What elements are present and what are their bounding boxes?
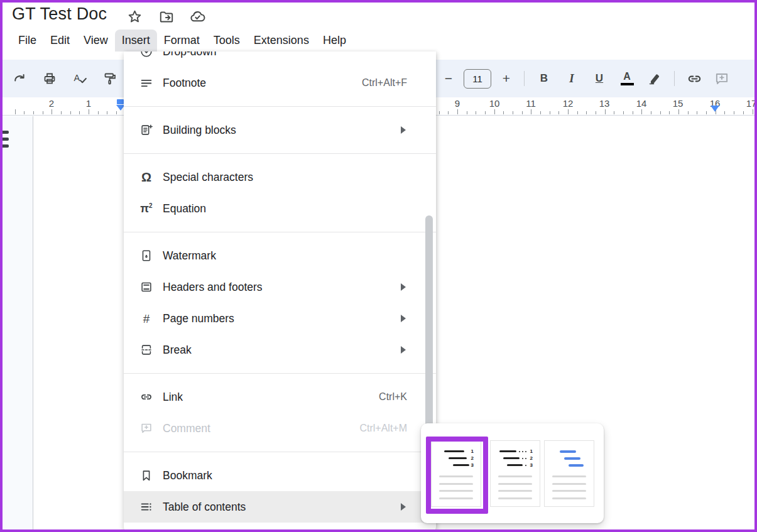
ruler-tick	[753, 109, 753, 114]
cloud-saved-icon[interactable]	[189, 8, 206, 25]
menu-item-break[interactable]: Break	[124, 334, 436, 366]
menu-item-table-of-contents[interactable]: Table of contents	[124, 491, 436, 523]
menu-item-building-blocks[interactable]: Building blocks	[124, 114, 436, 146]
menubar-item-file[interactable]: File	[11, 30, 43, 52]
ruler-tick	[79, 111, 80, 114]
ruler-tick	[116, 111, 117, 114]
menu-item-label: Comment	[163, 422, 210, 435]
print-button[interactable]	[39, 68, 60, 89]
ruler-number: 11	[526, 98, 536, 109]
ruler-number: 17	[746, 98, 757, 109]
ruler-number: 10	[489, 98, 500, 109]
watermark-icon	[139, 249, 153, 263]
google-docs-window: GT Test Doc File Edit View Insert Format…	[0, 0, 757, 532]
menubar-item-tools[interactable]: Tools	[207, 30, 247, 52]
bold-button[interactable]: B	[533, 68, 555, 89]
ruler-number: 1	[86, 98, 91, 109]
first-line-indent-marker[interactable]	[117, 99, 124, 104]
paint-format-button[interactable]	[99, 68, 121, 89]
ruler-tick	[743, 111, 744, 114]
menu-item-label: Footnote	[163, 77, 206, 90]
ruler-tick	[540, 111, 541, 114]
spellcheck-button[interactable]: A	[69, 68, 90, 89]
link-icon	[139, 390, 153, 404]
ruler-tick	[467, 111, 467, 114]
text-color-swatch	[621, 83, 634, 85]
toc-option-with-links[interactable]	[544, 440, 594, 507]
add-comment-icon	[714, 70, 730, 87]
ruler-tick	[89, 109, 89, 114]
document-outline-icon[interactable]	[0, 131, 10, 152]
menu-item-page-numbers[interactable]: # Page numbers	[124, 303, 436, 334]
toc-option-with-page-numbers[interactable]: 1 2 3	[431, 440, 481, 507]
menubar-item-view[interactable]: View	[77, 30, 115, 52]
insert-link-button[interactable]	[683, 68, 705, 89]
menubar-item-help[interactable]: Help	[316, 30, 353, 52]
ruler-number: 13	[599, 98, 610, 109]
ruler-tick	[513, 111, 513, 114]
toc-preview-number: 2	[471, 456, 474, 461]
menu-item-label: Watermark	[163, 249, 216, 263]
redo-icon	[12, 71, 27, 86]
title-actions	[126, 8, 206, 25]
ruler-tick	[33, 111, 34, 114]
folder-move-icon[interactable]	[158, 8, 175, 25]
menu-item-equation[interactable]: π2 Equation	[124, 193, 436, 224]
italic-button[interactable]: I	[561, 68, 582, 89]
document-title[interactable]: GT Test Doc	[12, 4, 107, 24]
right-indent-marker[interactable]	[711, 106, 719, 112]
menu-item-label: Bookmark	[163, 469, 212, 482]
ruler-tick	[669, 111, 670, 114]
highlight-color-button[interactable]	[644, 68, 665, 89]
menu-item-footnote[interactable]: Footnote Ctrl+Alt+F	[124, 67, 436, 99]
ruler-number: 15	[673, 98, 683, 109]
menu-item-label: Special characters	[163, 171, 253, 184]
menubar-item-format[interactable]: Format	[157, 30, 207, 52]
ruler-tick	[61, 111, 62, 114]
menu-item-label: Table of contents	[163, 501, 246, 514]
ruler-number: 14	[636, 98, 647, 109]
ruler-tick	[15, 109, 16, 114]
menubar-item-edit[interactable]: Edit	[43, 30, 77, 52]
menu-divider	[124, 373, 436, 374]
ruler-tick	[651, 111, 651, 114]
ruler-tick	[503, 111, 504, 114]
redo-button[interactable]	[9, 68, 30, 89]
menubar-item-extensions[interactable]: Extensions	[247, 30, 316, 52]
ruler-tick	[70, 111, 71, 114]
decrease-font-size-button[interactable]: −	[440, 68, 457, 89]
toolbar-divider	[674, 71, 675, 86]
menu-item-headers-and-footers[interactable]: Headers and footers	[124, 271, 436, 303]
menubar-item-insert[interactable]: Insert	[115, 30, 157, 52]
ruler-tick	[550, 111, 550, 114]
menu-item-shortcut: Ctrl+Alt+F	[362, 77, 407, 89]
menu-item-special-characters[interactable]: Ω Special characters	[124, 161, 436, 193]
menu-item-shortcut: Ctrl+Alt+M	[359, 423, 407, 434]
ruler-tick	[457, 109, 458, 114]
ruler-tick	[43, 111, 43, 114]
ruler-number: 12	[563, 98, 574, 109]
ruler-tick	[476, 111, 476, 114]
increase-font-size-button[interactable]: +	[498, 68, 515, 89]
ruler-tick	[98, 111, 99, 114]
star-icon[interactable]	[126, 8, 143, 25]
menu-item-label: Headers and footers	[163, 281, 263, 294]
ruler-tick	[706, 111, 707, 114]
ruler-tick	[660, 111, 661, 114]
ruler-tick	[623, 111, 624, 114]
underline-button[interactable]: U	[589, 68, 610, 89]
toc-option-with-dotted-leaders[interactable]: 1 2 3	[490, 440, 540, 507]
ruler-tick	[605, 109, 606, 114]
toc-preview-number: 3	[471, 463, 474, 468]
text-color-button[interactable]: A	[616, 68, 638, 89]
menu-item-bookmark[interactable]: Bookmark	[124, 460, 436, 491]
menu-item-watermark[interactable]: Watermark	[124, 240, 436, 271]
menu-item-label: Break	[163, 344, 192, 357]
menu-item-link[interactable]: Link Ctrl+K	[124, 381, 436, 413]
add-comment-button[interactable]	[711, 68, 732, 89]
menu-item-drop-down[interactable]: Drop-down	[124, 52, 436, 67]
font-size-input[interactable]: 11	[464, 69, 491, 89]
submenu-arrow-icon	[401, 346, 406, 354]
ruler-tick	[448, 111, 449, 114]
page-numbers-icon: #	[139, 312, 153, 325]
